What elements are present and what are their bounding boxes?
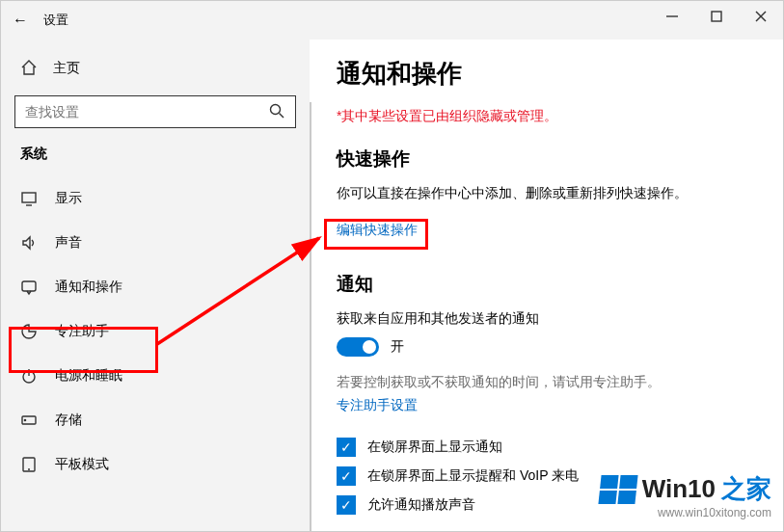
tablet-icon — [20, 456, 38, 473]
sidebar-item-sound[interactable]: 声音 — [1, 221, 310, 265]
sidebar-item-storage[interactable]: 存储 — [1, 398, 310, 442]
checkbox-icon: ✓ — [337, 466, 356, 486]
sound-icon — [20, 234, 38, 252]
sidebar-item-tablet[interactable]: 平板模式 — [1, 442, 310, 487]
checkbox-label: 在锁屏界面上显示通知 — [367, 439, 502, 456]
focus-hint: 若要控制获取或不获取通知的时间，请试用专注助手。 — [337, 374, 756, 391]
sidebar-item-label: 电源和睡眠 — [55, 367, 122, 385]
window-controls — [650, 1, 783, 32]
svg-point-12 — [24, 419, 25, 420]
svg-line-5 — [280, 113, 284, 118]
back-button[interactable]: ← — [1, 12, 40, 29]
notifications-icon — [20, 279, 38, 296]
nav-group-label: 系统 — [1, 146, 310, 176]
edit-quick-actions-link[interactable]: 编辑快速操作 — [337, 222, 418, 239]
quick-actions-heading: 快速操作 — [337, 146, 756, 172]
display-icon — [20, 190, 38, 207]
focus-assist-link[interactable]: 专注助手设置 — [337, 397, 418, 414]
content-pane: 通知和操作 *其中某些设置已由组织隐藏或管理。 快速操作 你可以直接在操作中心中… — [310, 40, 783, 531]
quick-actions-desc: 你可以直接在操作中心中添加、删除或重新排列快速操作。 — [337, 185, 756, 202]
watermark-brand: Win10 — [642, 474, 716, 504]
checkbox-label: 允许通知播放声音 — [367, 496, 475, 514]
sidebar-item-display[interactable]: 显示 — [1, 176, 310, 221]
sidebar-item-label: 专注助手 — [55, 323, 109, 340]
focus-icon — [20, 323, 38, 340]
svg-rect-6 — [22, 193, 36, 202]
policy-warning: *其中某些设置已由组织隐藏或管理。 — [337, 108, 756, 125]
sidebar-item-notifications[interactable]: 通知和操作 — [1, 265, 310, 309]
watermark-suffix: 之家 — [721, 472, 771, 506]
check-lockscreen-notify[interactable]: ✓ 在锁屏界面上显示通知 — [337, 438, 756, 457]
svg-rect-8 — [22, 281, 36, 291]
sidebar-item-label: 存储 — [55, 412, 82, 429]
search-field[interactable] — [25, 104, 268, 120]
notifications-master-toggle[interactable] — [337, 337, 379, 357]
storage-icon — [20, 412, 38, 429]
sidebar-item-label: 显示 — [55, 190, 82, 207]
window-title: 设置 — [43, 12, 68, 29]
search-icon — [268, 102, 285, 122]
sidebar: 主页 系统 显示 声音 通知和操作 专注助手 — [1, 40, 310, 531]
home-label: 主页 — [53, 60, 80, 77]
power-icon — [20, 367, 38, 385]
sidebar-item-label: 通知和操作 — [55, 279, 122, 296]
sidebar-item-power[interactable]: 电源和睡眠 — [1, 354, 310, 398]
home-link[interactable]: 主页 — [1, 49, 310, 88]
svg-point-4 — [271, 104, 281, 114]
watermark: Win10 之家 www.win10xitong.com — [600, 472, 771, 519]
sidebar-item-label: 平板模式 — [55, 456, 109, 473]
notifications-master-label: 获取来自应用和其他发送者的通知 — [337, 310, 756, 328]
toggle-state-label: 开 — [391, 338, 404, 356]
notifications-heading: 通知 — [337, 272, 756, 297]
minimize-button[interactable] — [650, 1, 694, 32]
svg-rect-1 — [712, 12, 721, 21]
search-input[interactable] — [14, 95, 296, 128]
checkbox-icon: ✓ — [337, 438, 356, 457]
windows-logo-icon — [598, 475, 637, 504]
page-title: 通知和操作 — [337, 57, 756, 91]
maximize-button[interactable] — [694, 1, 739, 32]
home-icon — [20, 59, 38, 79]
watermark-url: www.win10xitong.com — [600, 506, 771, 519]
sidebar-item-focus[interactable]: 专注助手 — [1, 309, 310, 354]
scrollbar[interactable] — [310, 102, 311, 531]
sidebar-item-label: 声音 — [55, 234, 82, 252]
checkbox-icon: ✓ — [337, 495, 356, 515]
checkbox-label: 在锁屏界面上显示提醒和 VoIP 来电 — [367, 467, 579, 485]
close-button[interactable] — [739, 1, 783, 32]
